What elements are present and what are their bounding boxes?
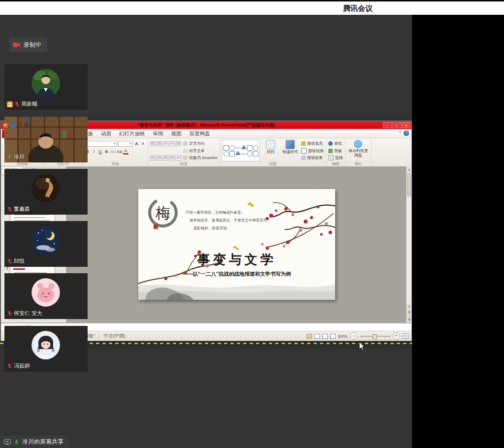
avatar bbox=[32, 226, 60, 255]
meeting-titlebar: 腾讯会议 bbox=[0, 0, 504, 15]
scroll-up-button[interactable]: ▲ bbox=[407, 166, 411, 173]
participant-tile[interactable]: 董鑫森 bbox=[4, 169, 88, 215]
tab-baidu-pan[interactable]: 百度网盘 bbox=[186, 129, 214, 138]
text-direction-button[interactable]: 文字方向 bbox=[183, 140, 218, 147]
quick-styles-icon bbox=[285, 140, 295, 149]
share-status-bar[interactable]: 冷川的屏幕共享 bbox=[0, 436, 69, 448]
scroll-thumb[interactable] bbox=[407, 174, 411, 196]
convert-smartart-button[interactable]: 转换为 SmartArt bbox=[183, 155, 218, 161]
arrange-button[interactable]: 排列 bbox=[262, 140, 280, 161]
shape-outline-button[interactable]: 形状轮廓 bbox=[301, 148, 324, 154]
tab-slideshow[interactable]: 幻灯片放映 bbox=[115, 129, 149, 138]
zoom-out-button[interactable]: − bbox=[350, 332, 357, 340]
change-case-button[interactable]: Aa bbox=[117, 149, 122, 154]
maximize-button[interactable]: □ bbox=[392, 122, 401, 128]
previous-slide-button[interactable]: ⇈ bbox=[407, 310, 411, 317]
svg-text:事变与文学: 事变与文学 bbox=[197, 252, 276, 267]
quick-styles-button[interactable]: 快速样式 bbox=[282, 140, 299, 161]
group-font: ▾ ▾ A A B I U S AV Aa A 字体 bbox=[83, 138, 148, 167]
undo-icon[interactable]: ↶ bbox=[17, 123, 22, 128]
align-left-button[interactable] bbox=[150, 156, 156, 160]
participant-tile[interactable]: 周新顺 bbox=[4, 64, 88, 110]
recording-label: 录制中 bbox=[24, 41, 41, 49]
select-button[interactable]: 选择 bbox=[328, 155, 343, 161]
next-slide-button[interactable]: ⇊ bbox=[407, 317, 411, 322]
participant-name: 冷川 bbox=[14, 153, 25, 160]
svg-text:疏影横斜，暗香浮动。: 疏影横斜，暗香浮动。 bbox=[193, 226, 230, 230]
collapse-ribbon-icon[interactable]: ^ bbox=[399, 130, 401, 136]
recording-badge[interactable]: 录制中 bbox=[9, 37, 47, 52]
italic-button[interactable]: I bbox=[91, 149, 96, 154]
slide-sorter-view-icon[interactable] bbox=[315, 334, 320, 339]
increase-indent-button[interactable] bbox=[169, 141, 175, 146]
mouse-cursor bbox=[359, 342, 365, 351]
participant-label: 冷川 bbox=[7, 153, 25, 160]
font-name-combo[interactable]: ▾ bbox=[85, 141, 117, 147]
shape-fill-button[interactable]: 形状填充 bbox=[301, 140, 324, 147]
mic-muted-icon bbox=[14, 101, 20, 107]
svg-text:梅: 梅 bbox=[155, 204, 170, 222]
justify-button[interactable] bbox=[169, 156, 175, 160]
participant-label: 冯茹婷 bbox=[7, 362, 30, 370]
slide-editor[interactable]: 梅 bbox=[66, 166, 406, 322]
numbering-button[interactable] bbox=[157, 141, 162, 146]
font-size-combo[interactable]: ▾ bbox=[118, 141, 133, 147]
line-spacing-button[interactable] bbox=[176, 141, 181, 146]
participant-name: 邱悦 bbox=[14, 257, 25, 265]
slideshow-view-icon[interactable] bbox=[330, 334, 336, 339]
participant-label: 何安仁 安大 bbox=[7, 310, 42, 317]
shrink-font-button[interactable]: A bbox=[140, 142, 146, 145]
zoom-slider[interactable] bbox=[360, 336, 390, 337]
scroll-down-button[interactable]: ▼ bbox=[407, 304, 411, 310]
columns-button[interactable] bbox=[176, 156, 181, 160]
recording-camera-icon bbox=[13, 42, 21, 48]
align-center-button[interactable] bbox=[157, 156, 162, 160]
replace-button[interactable]: 替换 bbox=[328, 148, 343, 154]
tab-animations[interactable]: 动画 bbox=[97, 129, 115, 138]
participant-tile[interactable]: 何安仁 安大 bbox=[4, 273, 88, 319]
vertical-scrollbar[interactable]: ▲ ▼ ⇈ ⇊ bbox=[406, 166, 411, 322]
strikethrough-button[interactable]: S bbox=[104, 149, 109, 154]
slide-canvas[interactable]: 梅 bbox=[138, 189, 335, 300]
shapes-gallery[interactable] bbox=[222, 140, 260, 161]
normal-view-icon[interactable] bbox=[307, 334, 312, 339]
decrease-indent-button[interactable] bbox=[163, 141, 168, 146]
avatar bbox=[32, 331, 60, 359]
participant-tile[interactable]: 邱悦 bbox=[4, 221, 88, 267]
find-button[interactable]: 查找 bbox=[328, 140, 343, 147]
align-right-button[interactable] bbox=[163, 156, 168, 160]
participant-name: 冯茹婷 bbox=[14, 362, 30, 370]
mic-muted-icon bbox=[7, 206, 12, 212]
tab-view[interactable]: 视图 bbox=[167, 129, 186, 138]
group-paragraph: 文字方向 对齐文本 转换为 SmartArt 段落 bbox=[148, 138, 220, 167]
underline-button[interactable]: U bbox=[97, 149, 103, 154]
svg-text:——以“一二八”抗战的战地报道和文学书写为例: ——以“一二八”抗战的战地报道和文学书写为例 bbox=[183, 271, 291, 277]
grow-font-button[interactable]: A bbox=[134, 141, 139, 146]
bullets-button[interactable] bbox=[150, 141, 156, 146]
zoom-slider-thumb[interactable] bbox=[373, 334, 377, 339]
save-icon[interactable] bbox=[10, 123, 16, 128]
minimize-button[interactable]: – bbox=[383, 122, 392, 128]
reading-view-icon[interactable] bbox=[322, 334, 328, 339]
participant-tile[interactable]: 冯茹婷 bbox=[4, 326, 88, 372]
window-controls: – □ × bbox=[383, 122, 411, 128]
tab-review[interactable]: 审阅 bbox=[149, 129, 167, 138]
redo-icon[interactable]: ↷ bbox=[24, 123, 29, 128]
svg-text:不经一番寒彻骨，怎得梅花扑鼻香。: 不经一番寒彻骨，怎得梅花扑鼻香。 bbox=[186, 210, 245, 215]
slide-graphic: 梅 bbox=[138, 189, 335, 300]
close-button[interactable]: × bbox=[402, 122, 410, 128]
save-to-baidu-button[interactable]: 保存到百度网盘 bbox=[347, 140, 369, 161]
participant-name: 董鑫森 bbox=[14, 205, 30, 213]
quick-access-toolbar: P ↶ ↷ bbox=[1, 123, 29, 128]
character-spacing-button[interactable]: AV bbox=[110, 149, 116, 154]
language-label[interactable]: 中文(中国) bbox=[103, 333, 125, 339]
align-text-button[interactable]: 对齐文本 bbox=[183, 148, 218, 154]
zoom-in-button[interactable]: + bbox=[393, 332, 400, 340]
zoom-level: 64% bbox=[338, 333, 347, 339]
fit-to-window-icon[interactable] bbox=[403, 333, 409, 339]
help-icon[interactable]: ? bbox=[404, 130, 409, 136]
avatar bbox=[32, 278, 60, 307]
meeting-title: 腾讯会议 bbox=[343, 4, 373, 13]
shape-effects-button[interactable]: 形状效果 bbox=[301, 155, 324, 161]
font-color-button[interactable]: A bbox=[123, 148, 128, 155]
